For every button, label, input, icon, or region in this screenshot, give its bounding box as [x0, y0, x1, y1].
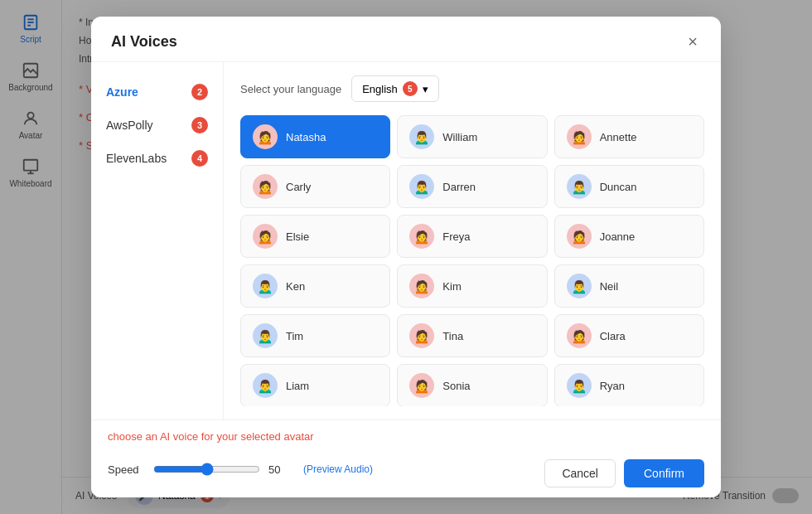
preview-audio-link[interactable]: (Preview Audio): [303, 463, 373, 475]
voice-avatar-william: 🙍‍♂: [409, 124, 434, 149]
provider-elevenlabs-badge: 4: [191, 150, 208, 167]
voice-card-william[interactable]: 🙍‍♂William: [397, 115, 547, 158]
modal-footer: choose an AI voice for your selected ava…: [91, 419, 721, 497]
voice-card-ken[interactable]: 🙍‍♂Ken: [240, 264, 390, 308]
speed-slider[interactable]: [153, 463, 260, 476]
provider-elevenlabs-label: ElevenLabs: [106, 152, 167, 165]
voice-name-ryan: Ryan: [600, 380, 625, 392]
voice-name-tina: Tina: [442, 330, 463, 342]
speed-value: 50: [268, 463, 292, 476]
voice-avatar-darren: 🙍‍♂: [409, 174, 434, 199]
voice-name-carly: Carly: [286, 181, 311, 193]
voice-card-elsie[interactable]: 🙍Elsie: [240, 215, 390, 258]
voice-card-neil[interactable]: 🙍‍♂Neil: [554, 264, 704, 308]
speed-row: Speed 50 (Preview Audio): [108, 463, 373, 476]
language-badge: 5: [403, 81, 418, 96]
voice-card-annette[interactable]: 🙍Annette: [554, 115, 704, 158]
voice-avatar-natasha: 🙍: [253, 124, 278, 149]
hint-text: choose an AI voice for your selected ava…: [108, 430, 704, 443]
voice-card-liam[interactable]: 🙍‍♂Liam: [240, 364, 390, 406]
voice-name-darren: Darren: [442, 181, 476, 193]
voice-grid: 🙍Natasha🙍‍♂William🙍Annette🙍Carly🙍‍♂Darre…: [240, 115, 704, 406]
voice-avatar-carly: 🙍: [253, 174, 278, 199]
voice-name-william: William: [442, 131, 477, 143]
dropdown-chevron-icon: ▾: [423, 83, 428, 95]
voice-avatar-kim: 🙍: [409, 274, 434, 298]
voice-name-clara: Clara: [600, 330, 626, 342]
voice-name-annette: Annette: [600, 131, 637, 143]
voice-avatar-sonia: 🙍: [409, 373, 434, 398]
modal-title: AI Voices: [111, 33, 177, 51]
voice-area: Select your language English 5 ▾ 🙍Natash…: [224, 62, 721, 419]
provider-azure-label: Azure: [106, 85, 138, 99]
voice-card-clara[interactable]: 🙍Clara: [554, 314, 704, 357]
voice-avatar-ryan: 🙍‍♂: [567, 373, 592, 398]
cancel-button[interactable]: Cancel: [544, 459, 616, 487]
voice-avatar-freya: 🙍: [409, 224, 434, 249]
language-value: English: [362, 83, 398, 95]
voice-card-tim[interactable]: 🙍‍♂Tim: [240, 314, 390, 357]
voice-avatar-elsie: 🙍: [253, 224, 278, 249]
voice-avatar-ken: 🙍‍♂: [253, 274, 278, 298]
voice-card-carly[interactable]: 🙍Carly: [240, 165, 390, 208]
provider-awspolly[interactable]: AwsPolly 3: [91, 109, 223, 142]
voice-card-sonia[interactable]: 🙍Sonia: [397, 364, 547, 406]
voice-card-joanne[interactable]: 🙍Joanne: [554, 215, 704, 258]
provider-azure[interactable]: Azure 2: [91, 75, 223, 109]
voice-avatar-clara: 🙍: [567, 323, 592, 348]
confirm-button[interactable]: Confirm: [624, 459, 704, 487]
voice-avatar-tim: 🙍‍♂: [253, 323, 278, 348]
language-label: Select your language: [240, 83, 341, 95]
provider-awspolly-badge: 3: [191, 117, 208, 133]
ai-voices-modal: AI Voices × Azure 2 AwsPolly 3 ElevenLab…: [91, 17, 721, 497]
speed-label: Speed: [108, 463, 145, 476]
language-dropdown[interactable]: English 5 ▾: [351, 75, 439, 102]
voice-avatar-duncan: 🙍‍♂: [567, 174, 592, 199]
voice-name-ken: Ken: [286, 280, 305, 293]
voice-name-liam: Liam: [286, 380, 309, 392]
modal-body: Azure 2 AwsPolly 3 ElevenLabs 4 Select y…: [91, 62, 721, 419]
provider-elevenlabs[interactable]: ElevenLabs 4: [91, 142, 223, 175]
modal-header: AI Voices ×: [91, 17, 721, 62]
footer-actions: Cancel Confirm: [544, 459, 704, 487]
voice-name-duncan: Duncan: [600, 181, 637, 193]
voice-card-ryan[interactable]: 🙍‍♂Ryan: [554, 364, 704, 406]
voice-name-joanne: Joanne: [600, 230, 636, 243]
voice-card-tina[interactable]: 🙍Tina: [397, 314, 547, 357]
close-button[interactable]: ×: [684, 32, 701, 51]
voice-name-sonia: Sonia: [442, 380, 470, 392]
voice-name-freya: Freya: [442, 230, 470, 243]
language-select-row: Select your language English 5 ▾: [240, 75, 704, 102]
voice-name-kim: Kim: [442, 280, 461, 293]
voice-name-natasha: Natasha: [286, 131, 326, 143]
provider-sidebar: Azure 2 AwsPolly 3 ElevenLabs 4: [91, 62, 224, 419]
voice-name-tim: Tim: [286, 330, 303, 342]
voice-card-natasha[interactable]: 🙍Natasha: [240, 115, 390, 158]
voice-avatar-tina: 🙍: [409, 323, 434, 348]
voice-card-darren[interactable]: 🙍‍♂Darren: [397, 165, 547, 208]
voice-avatar-neil: 🙍‍♂: [567, 274, 592, 298]
modal-overlay: AI Voices × Azure 2 AwsPolly 3 ElevenLab…: [0, 0, 812, 514]
voice-avatar-joanne: 🙍: [567, 224, 592, 249]
voice-name-neil: Neil: [600, 280, 618, 293]
voice-avatar-liam: 🙍‍♂: [253, 373, 278, 398]
voice-name-elsie: Elsie: [286, 230, 309, 243]
voice-avatar-annette: 🙍: [567, 124, 592, 149]
provider-awspolly-label: AwsPolly: [106, 119, 153, 132]
provider-azure-badge: 2: [191, 84, 208, 100]
voice-card-kim[interactable]: 🙍Kim: [397, 264, 547, 308]
voice-card-freya[interactable]: 🙍Freya: [397, 215, 547, 258]
voice-card-duncan[interactable]: 🙍‍♂Duncan: [554, 165, 704, 208]
